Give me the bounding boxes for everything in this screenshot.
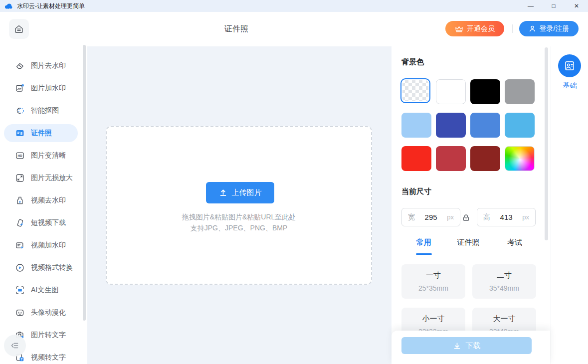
sidebar-item-avatar-cartoonize[interactable]: 头像动漫化 [0, 301, 87, 324]
collapse-menu-icon [9, 340, 20, 351]
panel-scrollbar[interactable] [545, 47, 548, 240]
color-swatch-black[interactable] [470, 79, 500, 104]
sidebar-item-label: 证件照 [31, 129, 52, 138]
color-swatch-gray[interactable] [505, 79, 535, 104]
color-swatch-transparent[interactable] [400, 78, 430, 103]
preset-two-inch[interactable]: 二寸 35*49mm [472, 264, 536, 299]
height-unit: px [522, 213, 529, 221]
sidebar-item-label: AI文生图 [31, 286, 58, 295]
eraser-icon [15, 61, 24, 70]
sidebar-item-label: 图片无损放大 [31, 174, 73, 182]
sidebar-item-video-format-convert[interactable]: 视频格式转换 [0, 256, 87, 279]
minimize-button[interactable]: — [519, 0, 542, 12]
width-label: 宽 [408, 213, 415, 222]
ai-image-icon [15, 286, 24, 295]
color-swatch-custom-rainbow[interactable] [505, 146, 535, 171]
enlarge-icon [15, 174, 24, 182]
top-bar: 证件照 开通会员 登录/注册 [0, 12, 588, 46]
preset-name: 大一寸 [472, 314, 536, 324]
sidebar-item-label: 视频加水印 [31, 241, 66, 250]
upload-button[interactable]: 上传图片 [206, 182, 274, 203]
sidebar-item-label: 图片转文字 [31, 331, 66, 340]
sidebar-item-id-photo[interactable]: 8 证件照 [0, 122, 87, 144]
sidebar-item-ai-text-to-image[interactable]: AI文生图 [0, 279, 87, 301]
page-title: 证件照 [196, 12, 276, 46]
sidebar-item-lossless-enlarge[interactable]: 图片无损放大 [0, 167, 87, 189]
video-eraser-icon [15, 196, 24, 205]
svg-text:8: 8 [20, 131, 23, 136]
background-color-title: 背景色 [401, 57, 424, 67]
sidebar-item-smart-cutout[interactable]: 智能抠图 [0, 99, 87, 122]
sidebar-item-label: 图片变清晰 [31, 151, 66, 160]
collapse-sidebar-button[interactable] [4, 335, 26, 357]
color-swatch-maroon[interactable] [470, 146, 500, 171]
tab-common[interactable]: 常用 [411, 238, 436, 253]
color-swatch-white[interactable] [436, 79, 466, 104]
aspect-lock-button[interactable] [460, 212, 471, 223]
size-category-tabs: 常用 证件照 考试 [392, 238, 551, 254]
main-area: 上传图片 拖拽图片&粘贴图片&粘贴URL至此处 支持JPG、JPEG、PNG、B… [87, 46, 392, 364]
tab-exam[interactable]: 考试 [502, 238, 527, 253]
sidebar-item-video-add-watermark[interactable]: 视频加水印 [0, 234, 87, 256]
color-swatch-light-blue[interactable] [401, 113, 431, 138]
current-size-title: 当前尺寸 [401, 187, 431, 196]
lock-icon [462, 213, 470, 222]
sidebar-item-short-video-download[interactable]: 短视频下载 [0, 211, 87, 234]
svg-text:HD: HD [17, 154, 22, 157]
id-photo-frame-icon [564, 60, 575, 71]
vip-button[interactable]: 开通会员 [445, 21, 504, 36]
preset-name: 小一寸 [401, 314, 465, 324]
sidebar-scrollbar[interactable] [83, 45, 86, 321]
download-icon [453, 342, 461, 350]
user-icon [529, 25, 536, 32]
login-button[interactable]: 登录/注册 [519, 21, 579, 36]
preset-size: 35*49mm [472, 284, 536, 292]
home-button[interactable] [9, 19, 29, 39]
color-swatch-sky-blue[interactable] [505, 113, 535, 138]
preset-one-inch[interactable]: 一寸 25*35mm [401, 264, 465, 299]
basic-mode-button[interactable] [558, 54, 581, 77]
close-button[interactable]: ✕ [565, 0, 588, 12]
video-watermark-icon [15, 241, 24, 250]
preset-name: 一寸 [401, 271, 465, 280]
window-title: 水印云-让素材处理更简单 [17, 2, 85, 10]
header-divider [512, 24, 513, 33]
cutout-icon [15, 106, 24, 115]
color-swatch-crimson[interactable] [436, 146, 466, 171]
vip-button-label: 开通会员 [467, 24, 495, 33]
width-field[interactable]: 宽 px [401, 208, 460, 226]
upload-icon [219, 188, 227, 197]
login-button-label: 登录/注册 [540, 24, 570, 33]
sidebar-item-label: 头像动漫化 [31, 308, 66, 317]
maximize-button[interactable]: □ [542, 0, 565, 12]
upload-hint-line1: 拖拽图片&粘贴图片&粘贴URL至此处 [107, 213, 371, 222]
sidebar-item-label: 图片去水印 [31, 61, 66, 70]
download-button[interactable]: 下载 [401, 337, 532, 354]
sidebar-item-remove-watermark[interactable]: 图片去水印 [0, 54, 87, 77]
upload-dropzone[interactable]: 上传图片 拖拽图片&粘贴图片&粘贴URL至此处 支持JPG、JPEG、PNG、B… [106, 126, 372, 285]
width-unit: px [447, 213, 454, 221]
width-input[interactable] [415, 213, 447, 221]
color-swatch-indigo[interactable] [436, 113, 466, 138]
image-watermark-icon [15, 84, 24, 93]
preset-name: 二寸 [472, 271, 536, 280]
hd-icon: HD [15, 151, 24, 160]
height-input[interactable] [490, 213, 522, 221]
video-download-icon [15, 218, 24, 227]
sidebar-item-label: 视频去水印 [31, 196, 66, 205]
color-swatch-blue[interactable] [470, 113, 500, 138]
download-bar: 下载 [392, 331, 550, 364]
sidebar-item-add-watermark[interactable]: 图片加水印 [0, 77, 87, 99]
height-label: 高 [483, 213, 490, 222]
height-field[interactable]: 高 px [477, 208, 536, 226]
preset-size: 25*35mm [401, 284, 465, 292]
crown-icon [455, 25, 463, 32]
title-bar: 水印云-让素材处理更简单 — □ ✕ [0, 0, 588, 12]
id-photo-icon: 8 [15, 129, 24, 138]
sidebar-item-label: 智能抠图 [31, 106, 59, 115]
color-swatch-red[interactable] [401, 146, 431, 171]
tab-id-photo[interactable]: 证件照 [452, 238, 484, 253]
sidebar-item-video-remove-watermark[interactable]: 视频去水印 [0, 189, 87, 211]
sidebar-item-image-enhance[interactable]: HD 图片变清晰 [0, 144, 87, 167]
sidebar: 图片去水印 图片加水印 智能抠图 8 [0, 46, 87, 364]
